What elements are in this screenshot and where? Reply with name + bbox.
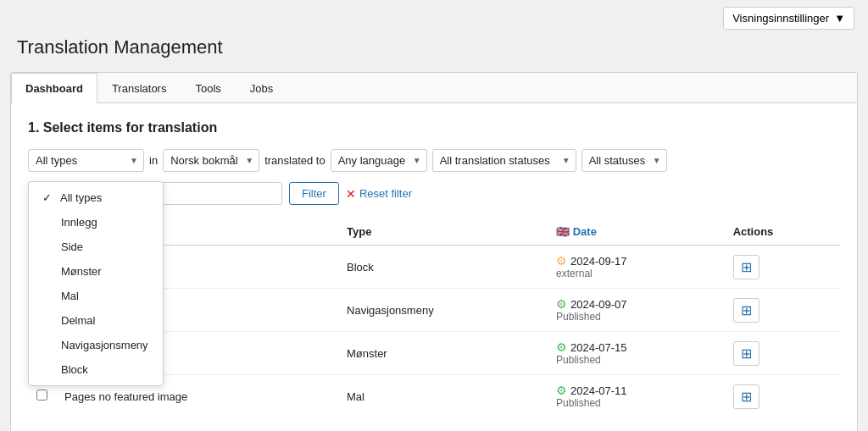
date-status: Published <box>556 354 716 366</box>
action-icon: ⊞ <box>741 302 752 318</box>
reset-filter-link[interactable]: ✕ Reset filter <box>346 187 412 201</box>
tab-dashboard[interactable]: Dashboard <box>11 73 97 103</box>
dropdown-item-label: Block <box>61 363 88 376</box>
status-icon: ⚙ <box>556 384 567 397</box>
language-select[interactable]: Norsk bokmål <box>163 149 259 172</box>
dropdown-item-label: Navigasjonsmeny <box>61 339 148 351</box>
all-statuses-select[interactable]: All statuses <box>581 149 667 172</box>
reset-x-icon: ✕ <box>346 187 356 201</box>
date-info: ⚙ 2024-07-11 Published <box>556 384 716 409</box>
dropdown-item-label: All types <box>60 191 102 204</box>
page-title: Translation Management <box>0 36 868 72</box>
row-type-cell: Navigasjonsmeny <box>338 289 548 332</box>
dropdown-item-monster[interactable]: Mønster <box>29 259 163 284</box>
date-status: Published <box>556 311 716 323</box>
dropdown-item-label: Mal <box>61 290 79 302</box>
top-bar: Visningsinnstillinger ▼ <box>0 0 868 36</box>
col-actions: Actions <box>725 218 840 246</box>
tabs-bar: Dashboard Translators Tools Jobs <box>11 73 857 103</box>
translated-to-label: translated to <box>264 154 326 167</box>
date-info: ⚙ 2024-09-17 external <box>556 254 716 279</box>
col-type: Type <box>338 218 548 246</box>
date-info: ⚙ 2024-09-07 Published <box>556 297 716 323</box>
any-language-select[interactable]: Any language <box>331 149 427 172</box>
dropdown-item-block[interactable]: Block <box>29 357 163 382</box>
type-dropdown-overlay: All types Innlegg Side Mønster <box>28 181 164 386</box>
row-date-cell: ⚙ 2024-07-11 Published <box>548 375 725 418</box>
date-status: Published <box>556 397 716 409</box>
dropdown-item-label: Delmal <box>61 314 95 327</box>
main-container: Dashboard Translators Tools Jobs 1. Sele… <box>10 72 858 431</box>
language-select-wrapper: Norsk bokmål ▼ <box>163 149 259 172</box>
row-date-cell: ⚙ 2024-09-07 Published <box>548 289 725 332</box>
dropdown-item-mal[interactable]: Mal <box>29 284 163 308</box>
row-checkbox[interactable] <box>36 390 47 401</box>
dropdown-item-side[interactable]: Side <box>29 235 163 259</box>
row-type: Navigasjonsmeny <box>347 304 434 317</box>
visnings-label: Visningsinnstillinger <box>732 12 829 25</box>
visnings-button[interactable]: Visningsinnstillinger ▼ <box>723 7 854 30</box>
row-type: Mal <box>347 390 364 403</box>
dropdown-item-delmal[interactable]: Delmal <box>29 308 163 333</box>
row-type-cell: Mønster <box>338 332 548 375</box>
filter-row: All types Innlegg Side Mønster Mal Delma… <box>28 149 840 172</box>
row-actions-cell: ⊞ <box>725 289 840 332</box>
dropdown-item-label: Innlegg <box>61 216 97 229</box>
in-label: in <box>149 154 158 167</box>
row-actions-cell: ⊞ <box>725 375 840 418</box>
date-info: ⚙ 2024-07-15 Published <box>556 340 716 366</box>
col-date: 🇬🇧 Date <box>548 218 725 246</box>
content-area: 1. Select items for translation All type… <box>11 103 857 431</box>
row-date-cell: ⚙ 2024-07-15 Published <box>548 332 725 375</box>
row-type: Mønster <box>347 347 387 360</box>
row-actions-cell: ⊞ <box>725 332 840 375</box>
action-icon: ⊞ <box>741 259 752 275</box>
type-select[interactable]: All types Innlegg Side Mønster Mal Delma… <box>28 149 144 172</box>
row-type-cell: Block <box>338 246 548 289</box>
dropdown-item-label: Side <box>61 240 83 253</box>
any-language-select-wrapper: Any language ▼ <box>331 149 427 172</box>
filter-button[interactable]: Filter <box>289 182 339 205</box>
date-status: external <box>556 268 716 279</box>
tab-tools[interactable]: Tools <box>181 73 235 103</box>
section-title: 1. Select items for translation <box>28 120 840 135</box>
status-icon: ⚙ <box>556 254 567 268</box>
row-title: Pages no featured image <box>64 390 187 403</box>
action-button[interactable]: ⊞ <box>733 384 760 409</box>
row-type: Block <box>347 261 374 274</box>
date-value: 2024-09-17 <box>570 255 627 268</box>
reset-filter-label: Reset filter <box>359 187 412 200</box>
date-header-label: Date <box>573 225 597 238</box>
dropdown-item-all-types[interactable]: All types <box>29 185 163 210</box>
row-type-cell: Mal <box>338 375 548 418</box>
type-select-wrapper: All types Innlegg Side Mønster Mal Delma… <box>28 149 144 172</box>
action-button[interactable]: ⊞ <box>733 341 760 366</box>
tab-translators[interactable]: Translators <box>97 73 181 103</box>
date-value: 2024-07-15 <box>570 341 627 354</box>
date-value: 2024-09-07 <box>570 298 627 311</box>
row-actions-cell: ⊞ <box>725 246 840 289</box>
dropdown-item-label: Mønster <box>61 265 102 278</box>
tab-jobs[interactable]: Jobs <box>236 73 287 103</box>
row-date-cell: ⚙ 2024-09-17 external <box>548 246 725 289</box>
action-icon: ⊞ <box>741 345 752 362</box>
action-icon: ⊞ <box>741 389 752 405</box>
action-button[interactable]: ⊞ <box>733 298 760 323</box>
flag-uk-icon: 🇬🇧 <box>556 225 570 238</box>
chevron-down-icon: ▼ <box>834 12 845 25</box>
dropdown-item-innlegg[interactable]: Innlegg <box>29 210 163 235</box>
translation-statuses-wrapper: All translation statuses ▼ <box>432 149 576 172</box>
action-button[interactable]: ⊞ <box>733 255 760 279</box>
dropdown-item-navigasjonsmeny[interactable]: Navigasjonsmeny <box>29 333 163 357</box>
date-value: 2024-07-11 <box>570 384 627 397</box>
status-icon: ⚙ <box>556 297 567 311</box>
status-icon: ⚙ <box>556 340 567 354</box>
all-statuses-wrapper: All statuses ▼ <box>581 149 667 172</box>
translation-statuses-select[interactable]: All translation statuses <box>432 149 576 172</box>
